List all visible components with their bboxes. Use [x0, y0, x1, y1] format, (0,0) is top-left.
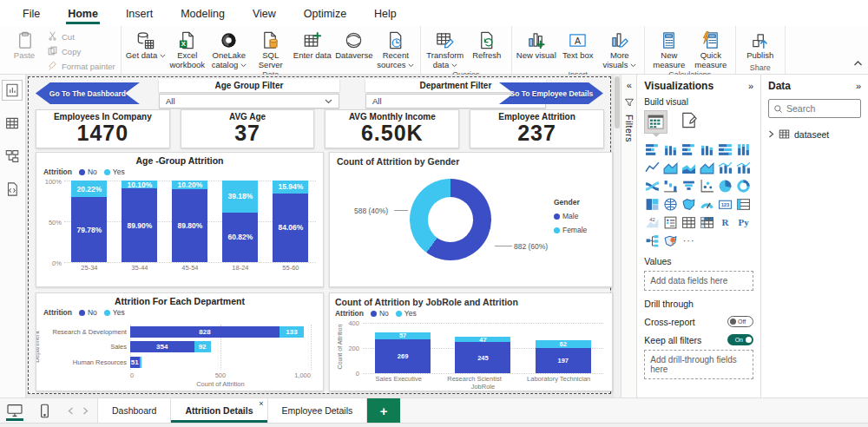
get-data-button[interactable]: Get data	[125, 28, 167, 61]
dax-query-view-button[interactable]	[2, 179, 23, 200]
excel-workbook-button[interactable]: XExcel workbook	[167, 28, 208, 69]
area-chart-icon[interactable]	[662, 160, 679, 175]
add-drill-through-fields-dropzone[interactable]: Add drill-through fields here	[644, 350, 753, 379]
ribbon-chart-icon[interactable]	[644, 178, 661, 194]
collapse-ribbon-button[interactable]	[853, 55, 863, 70]
text-box-button[interactable]: AText box	[557, 28, 599, 61]
quick-measure-button[interactable]: Quick measure	[690, 28, 732, 69]
gauge-icon[interactable]	[699, 196, 715, 212]
ribbon-tab-help[interactable]: Help	[360, 3, 411, 24]
line-clustered-column-chart-icon[interactable]	[735, 160, 752, 175]
kpi-card-employee-attrition[interactable]: Employee Attrition237	[470, 109, 604, 148]
python-script-icon[interactable]: Py	[735, 214, 752, 230]
stacked-bar-25-34[interactable]: 20.22%79.78%	[71, 181, 107, 262]
enter-data-button[interactable]: Enter data	[292, 28, 333, 61]
line-stacked-column-chart-icon[interactable]	[717, 160, 733, 175]
data-search-box[interactable]	[768, 99, 861, 118]
mobile-view-button[interactable]	[30, 398, 59, 423]
add-data-fields-dropzone[interactable]: Add data fields here	[644, 271, 753, 291]
stacked-area-chart-icon[interactable]	[681, 160, 697, 175]
attrition-by-department-chart[interactable]: Attrition For Each DepartmentAttritionNo…	[36, 292, 324, 391]
card-icon[interactable]: 123	[717, 196, 733, 212]
table-icon[interactable]	[681, 214, 697, 230]
bar-row-human-resources[interactable]: 51	[130, 357, 311, 368]
desktop-view-button[interactable]	[0, 398, 30, 423]
ribbon-tab-view[interactable]: View	[239, 3, 290, 24]
sql-server-button[interactable]: SQL Server	[250, 28, 292, 69]
100-stacked-bar-chart-icon[interactable]	[717, 141, 733, 157]
more-visuals-button[interactable]: More visuals	[599, 28, 641, 69]
refresh-button[interactable]: Refresh	[466, 28, 508, 61]
stacked-bar-55-60[interactable]: 15.94%84.06%	[273, 181, 308, 262]
new-visual-button[interactable]: New visual	[516, 28, 557, 61]
dataset-tree-item[interactable]: dataseet	[768, 128, 861, 140]
age-group-filter-dropdown[interactable]: All	[159, 94, 339, 108]
scatter-chart-icon[interactable]	[699, 178, 715, 194]
clustered-column-chart-icon[interactable]	[699, 141, 715, 157]
stacked-column-sales-executive[interactable]: 57269	[375, 323, 431, 373]
kpi-card-avg-age[interactable]: AVG Age37	[181, 109, 315, 148]
map-icon[interactable]	[662, 196, 679, 212]
stacked-column-laboratory-technician[interactable]: 62197	[536, 323, 591, 373]
model-view-button[interactable]	[2, 146, 23, 167]
table-view-button[interactable]	[2, 113, 23, 134]
stacked-bar-35-44[interactable]: 10.10%89.90%	[122, 181, 157, 262]
close-page-icon[interactable]: ×	[259, 399, 263, 408]
build-visual-tab[interactable]	[644, 110, 667, 134]
publish-button[interactable]: Publish	[740, 28, 781, 61]
donut-chart-icon[interactable]	[735, 178, 752, 194]
attrition-by-jobrole-chart[interactable]: Count of Attrition by JobRole and Attrit…	[329, 292, 613, 391]
ribbon-tab-home[interactable]: Home	[54, 3, 112, 24]
kpi-card-avg-monthly-income[interactable]: AVG Monthly Income6.50K	[325, 109, 459, 148]
page-tab-dashboard[interactable]: Dashboard	[97, 398, 171, 423]
collapse-visualizations-icon[interactable]: »	[748, 81, 753, 91]
onelake-catalog-button[interactable]: OneLake catalog	[208, 28, 250, 69]
collapse-data-pane-icon[interactable]: »	[856, 81, 861, 91]
go-to-dashboard-button[interactable]: Go To The Dashboard	[36, 82, 140, 104]
ribbon-tab-insert[interactable]: Insert	[112, 3, 167, 24]
bar-row-sales[interactable]: 35492	[130, 341, 311, 352]
more-visuals-ellipsis-icon[interactable]: ···	[681, 233, 697, 248]
arcgis-map-icon[interactable]	[662, 233, 679, 248]
filters-pane-collapsed[interactable]: « Filters	[621, 75, 637, 397]
stacked-bar-18-24[interactable]: 39.18%60.82%	[222, 181, 258, 262]
multi-row-card-icon[interactable]	[735, 196, 752, 212]
new-page-button[interactable]: +	[367, 398, 400, 423]
expand-filters-icon[interactable]: «	[627, 80, 632, 90]
100-stacked-column-chart-icon[interactable]	[735, 141, 752, 157]
transform-data-button[interactable]: Transform data	[424, 28, 466, 69]
stacked-column-chart-icon[interactable]	[662, 141, 679, 157]
scrollbar-thumb[interactable]	[615, 76, 620, 128]
stacked-bar-chart-icon[interactable]	[644, 141, 661, 157]
funnel-chart-icon[interactable]	[681, 178, 697, 194]
canvas-scrollbar[interactable]	[613, 75, 621, 397]
pie-chart-icon[interactable]	[717, 178, 733, 194]
report-page[interactable]: Go To The Dashboard Age Group Filter All…	[28, 76, 611, 394]
ribbon-tab-file[interactable]: File	[9, 3, 54, 24]
donut[interactable]	[410, 179, 491, 260]
next-page-icon[interactable]	[82, 407, 89, 415]
waterfall-chart-icon[interactable]	[662, 178, 679, 194]
page-tab-attrition-details[interactable]: Attrition Details×	[171, 398, 267, 423]
decomposition-tree-icon[interactable]	[644, 233, 661, 248]
kpi-icon[interactable]: 42	[644, 214, 661, 230]
slicer-icon[interactable]	[662, 214, 679, 230]
page-tab-employee-details[interactable]: Employee Details	[268, 398, 368, 423]
data-search-input[interactable]	[786, 103, 856, 114]
ribbon-tab-modeling[interactable]: Modeling	[167, 3, 239, 24]
dataverse-button[interactable]: Dataverse	[333, 28, 375, 61]
recent-sources-button[interactable]: Recent sources	[375, 28, 417, 69]
new-measure-button[interactable]: New measure	[648, 28, 690, 69]
line-chart-icon[interactable]	[644, 160, 661, 175]
format-visual-tab[interactable]	[680, 111, 698, 133]
attrition-by-gender-donut-chart[interactable]: Count of Attrition by Gender588 (40%)882…	[329, 152, 613, 287]
keep-all-filters-toggle[interactable]: On	[727, 334, 753, 345]
matrix-icon[interactable]	[699, 214, 715, 230]
age-group-attrition-chart[interactable]: Age -Group AttritionAttritionNoYes0%50%1…	[36, 152, 324, 287]
prev-page-icon[interactable]	[68, 407, 74, 415]
cross-report-toggle[interactable]: Off	[727, 316, 753, 327]
stacked-column-research-scientist[interactable]: 47245	[455, 323, 510, 373]
r-script-icon[interactable]: R	[717, 214, 733, 230]
basic-area-chart-icon[interactable]	[699, 160, 715, 175]
treemap-chart-icon[interactable]	[644, 196, 661, 212]
